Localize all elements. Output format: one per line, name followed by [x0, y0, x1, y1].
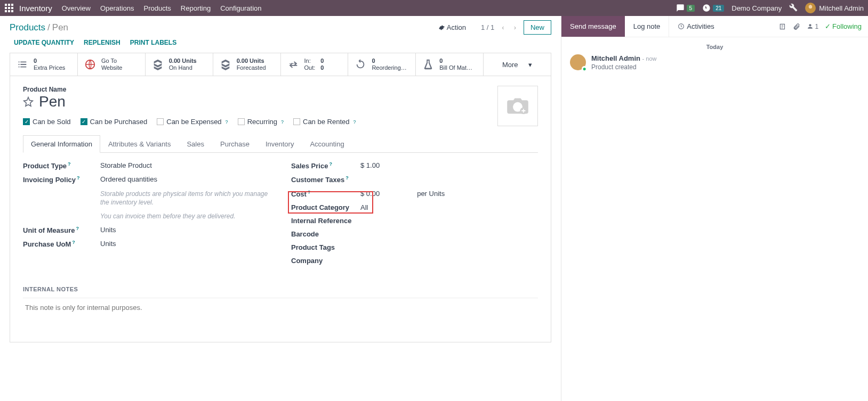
apps-icon[interactable]	[4, 3, 14, 13]
update-quantity-button[interactable]: UPDATE QUANTITY	[14, 39, 74, 46]
list-icon	[15, 58, 29, 71]
activities-button-panel[interactable]: Activities	[669, 16, 722, 37]
tab-sales[interactable]: Sales	[179, 135, 212, 153]
check-can-be-expensed[interactable]: Can be Expensed?	[157, 118, 228, 126]
activities-button[interactable]: 21	[702, 4, 724, 12]
tab-general-information[interactable]: General Information	[23, 135, 100, 153]
help-icon[interactable]: ?	[281, 119, 284, 125]
product-tags-value[interactable]	[360, 243, 538, 251]
send-message-button[interactable]: Send message	[561, 16, 625, 37]
avatar-icon	[570, 54, 586, 70]
message-body: Product created	[591, 63, 657, 71]
nav-overview[interactable]: Overview	[62, 4, 91, 12]
message-date-separator: Today	[570, 44, 859, 50]
action-menu[interactable]: Action	[438, 23, 466, 31]
help-icon[interactable]: ?	[308, 190, 311, 195]
paperclip-icon[interactable]	[793, 23, 800, 30]
log-note-button[interactable]: Log note	[625, 16, 669, 37]
product-name-value[interactable]: Pen	[39, 93, 66, 110]
stat-reordering[interactable]: 0Reordering…	[348, 53, 416, 76]
check-recurring[interactable]: Recurring?	[238, 118, 284, 126]
boxes-icon	[219, 58, 232, 71]
message-item: Mitchell Admin - now Product created	[570, 54, 859, 71]
product-name-label: Product Name	[23, 86, 491, 93]
storable-hint: Storable products are physical items for…	[100, 190, 270, 207]
uom-value[interactable]: Units	[100, 226, 270, 234]
top-nav: Inventory Overview Operations Products R…	[0, 0, 868, 16]
messages-button[interactable]: 5	[676, 4, 695, 12]
nav-operations[interactable]: Operations	[100, 4, 134, 12]
help-icon[interactable]: ?	[345, 175, 349, 181]
avatar-icon	[805, 3, 816, 13]
attachment-icon[interactable]	[779, 23, 786, 30]
pager-next[interactable]: ›	[512, 22, 518, 32]
replenish-button[interactable]: REPLENISH	[84, 39, 120, 46]
user-menu[interactable]: Mitchell Admin	[805, 3, 864, 13]
company-selector[interactable]: Demo Company	[732, 4, 782, 12]
pager-text: 1 / 1	[481, 23, 494, 31]
cost-value[interactable]: $ 0.00per Units	[360, 190, 538, 198]
svg-rect-4	[8, 7, 10, 9]
internal-notes-input[interactable]	[23, 298, 538, 324]
stat-forecast[interactable]: 0.00 UnitsForecasted	[213, 53, 281, 76]
internal-ref-value[interactable]	[360, 217, 538, 225]
refresh-icon	[353, 58, 367, 71]
messages-badge: 5	[687, 5, 695, 12]
stat-website[interactable]: Go ToWebsite	[78, 53, 146, 76]
svg-rect-1	[8, 4, 10, 6]
customer-taxes-value[interactable]	[360, 175, 538, 184]
user-name: Mitchell Admin	[819, 4, 864, 12]
following-button[interactable]: ✓ Following	[825, 22, 862, 30]
check-can-be-purchased[interactable]: Can be Purchased	[81, 118, 148, 126]
company-value[interactable]	[360, 257, 538, 265]
help-icon[interactable]: ?	[68, 161, 71, 167]
tab-accounting[interactable]: Accounting	[302, 135, 352, 153]
stat-onhand[interactable]: 0.00 UnitsOn Hand	[146, 53, 213, 76]
invoicing-policy-value[interactable]: Ordered quantities	[100, 175, 270, 184]
nav-products[interactable]: Products	[143, 4, 171, 12]
new-button[interactable]: New	[524, 20, 551, 35]
svg-rect-2	[11, 4, 13, 6]
boxes-icon	[151, 58, 165, 71]
stat-extra-prices[interactable]: 0Extra Prices	[10, 53, 78, 76]
favorite-star-icon[interactable]	[23, 96, 34, 107]
stat-more[interactable]: More ▾	[484, 53, 551, 76]
barcode-value[interactable]	[360, 230, 538, 238]
app-name[interactable]: Inventory	[19, 4, 52, 13]
check-can-be-rented[interactable]: Can be Rented?	[293, 118, 356, 126]
svg-rect-6	[5, 10, 7, 12]
svg-rect-7	[8, 10, 10, 12]
tab-purchase[interactable]: Purchase	[212, 135, 258, 153]
help-icon[interactable]: ?	[76, 226, 79, 231]
sales-price-value[interactable]: $ 1.00	[360, 161, 538, 170]
message-author[interactable]: Mitchell Admin	[591, 54, 640, 62]
nav-configuration[interactable]: Configuration	[220, 4, 261, 12]
product-type-value[interactable]: Storable Product	[100, 161, 270, 170]
help-icon[interactable]: ?	[329, 161, 332, 167]
stat-inout[interactable]: In:Out:00	[281, 53, 349, 76]
stat-bom[interactable]: 0Bill Of Mat…	[416, 53, 484, 76]
print-labels-button[interactable]: PRINT LABELS	[130, 39, 176, 46]
nav-reporting[interactable]: Reporting	[181, 4, 211, 12]
check-can-be-sold[interactable]: Can be Sold	[23, 118, 71, 126]
tab-inventory[interactable]: Inventory	[258, 135, 302, 153]
product-category-value[interactable]: All	[360, 203, 538, 211]
breadcrumb-current: Pen	[52, 22, 68, 32]
tools-icon[interactable]	[789, 3, 798, 13]
purchase-uom-value[interactable]: Units	[100, 240, 270, 248]
help-icon[interactable]: ?	[72, 240, 75, 245]
help-icon[interactable]: ?	[77, 175, 80, 181]
activities-badge: 21	[713, 5, 724, 12]
breadcrumb: Products/Pen	[10, 22, 68, 33]
pager-prev[interactable]: ‹	[500, 22, 506, 32]
help-icon[interactable]: ?	[226, 119, 228, 125]
product-image-upload[interactable]	[497, 86, 538, 126]
svg-rect-5	[11, 7, 13, 9]
invoice-hint: You can invoice them before they are del…	[100, 212, 270, 220]
help-icon[interactable]: ?	[353, 119, 356, 125]
svg-rect-3	[5, 7, 7, 9]
breadcrumb-parent[interactable]: Products	[10, 22, 45, 32]
tab-attributes-variants[interactable]: Attributes & Variants	[100, 135, 179, 153]
followers-count[interactable]: 1	[807, 23, 818, 30]
svg-rect-0	[5, 4, 7, 6]
